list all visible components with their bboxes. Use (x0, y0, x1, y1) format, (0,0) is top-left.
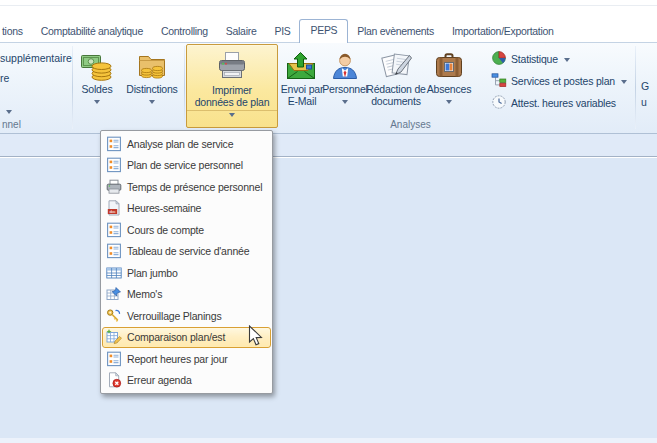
attest-heures-variables-label: Attest. heures variables (511, 97, 616, 109)
svg-text:doc: doc (109, 209, 115, 214)
menu-item-label: Heures-semaine (127, 202, 201, 214)
partial-button-label-2[interactable]: re (0, 72, 14, 84)
menu-item-label: Erreur agenda (127, 374, 192, 386)
org-chart-icon (491, 72, 507, 90)
group-label-partial: nnel (2, 119, 21, 130)
chevron-down-icon[interactable] (6, 110, 12, 114)
absences-label: Absences (427, 83, 472, 95)
titlebar-divider (0, 5, 657, 6)
menu-item-erreur-agenda[interactable]: Erreur agenda (102, 370, 271, 392)
menu-item-label: Report heures par jour (127, 353, 228, 365)
menu-item-comparaison-plan-est[interactable]: Comparaison plan/est (102, 327, 271, 349)
envoi-label-line2: E-Mail (288, 95, 317, 107)
statistique-button[interactable]: Statistique (491, 48, 627, 70)
chevron-down-icon[interactable] (621, 80, 627, 84)
menu-item-report-heures-par-jour[interactable]: Report heures par jour (102, 348, 271, 370)
printer-small-icon (106, 179, 122, 195)
app-window: tions Comptabilité analytique Controllin… (0, 0, 657, 443)
report-icon (106, 136, 122, 152)
menu-item-verrouillage-planings[interactable]: Verrouillage Planings (102, 305, 271, 327)
menu-item-label: Tableau de service d'année (127, 245, 249, 257)
chevron-down-icon[interactable] (342, 100, 348, 104)
report-icon (106, 222, 122, 238)
distinctions-label: Distinctions (126, 83, 177, 95)
partial-right-label-1: G (641, 80, 649, 92)
menu-item-analyse-plan-de-service[interactable]: Analyse plan de service (102, 133, 271, 155)
report-icon (106, 243, 122, 259)
menu-item-temps-de-presence-personnel[interactable]: Temps de présence personnel (102, 176, 271, 198)
workspace-bottom-edge (0, 438, 657, 443)
mouse-cursor (248, 325, 264, 352)
partial-right-label-2: u (641, 96, 647, 108)
redaction-label-line2: documents (371, 95, 421, 107)
group-divider (72, 46, 73, 129)
attest-heures-variables-button[interactable]: Attest. heures variables (491, 92, 627, 114)
menu-item-memos[interactable]: Memo's (102, 284, 271, 306)
menu-item-label: Analyse plan de service (127, 138, 233, 150)
imprimer-dropdown-menu: Analyse plan de service Plan de service … (100, 130, 273, 394)
pie-chart-icon (491, 50, 507, 68)
group-divider (635, 46, 636, 129)
chevron-down-icon[interactable] (446, 100, 452, 104)
menu-item-plan-jumbo[interactable]: Plan jumbo (102, 262, 271, 284)
documents-pen-icon (380, 44, 412, 83)
soldes-label: Soldes (82, 83, 113, 95)
partial-button-label-1[interactable]: supplémentaire (0, 52, 76, 64)
chevron-down-icon[interactable] (149, 100, 155, 104)
services-et-postes-plan-button[interactable]: Services et postes plan (491, 70, 627, 92)
tab-controlling[interactable]: Controlling (152, 20, 217, 43)
split-button-divider (187, 110, 277, 111)
group-label-analyses: Analyses (186, 119, 635, 130)
chevron-down-icon[interactable] (94, 100, 100, 104)
imprimer-label-line2: données de plan (195, 96, 270, 108)
table-edit-icon (106, 329, 122, 345)
envelope-up-arrow-icon (286, 44, 318, 83)
table-grid-icon (106, 265, 122, 281)
envoi-par-email-button[interactable]: Envoi par E-Mail (278, 44, 326, 117)
statistique-label: Statistique (511, 53, 558, 65)
workspace-area (0, 158, 657, 443)
ribbon: supplémentaire re Soldes (0, 43, 657, 134)
small-button-stack: Statistique Services et postes plan (491, 48, 627, 114)
tab-plan-evenements[interactable]: Plan evènements (348, 20, 443, 43)
tab-salaire[interactable]: Salaire (217, 20, 266, 43)
person-icon (329, 44, 361, 83)
menu-item-plan-de-service-personnel[interactable]: Plan de service personnel (102, 155, 271, 177)
toolbar-strip (0, 134, 657, 157)
menu-item-label: Plan jumbo (127, 267, 178, 279)
menu-item-label: Memo's (127, 288, 162, 300)
redaction-de-documents-button[interactable]: Rédaction de documents (366, 44, 426, 117)
tab-partial-left[interactable]: tions (0, 20, 32, 43)
tab-pis[interactable]: PIS (265, 20, 299, 43)
tab-peps-active[interactable]: PEPS (299, 19, 348, 43)
ribbon-tab-bar: tions Comptabilité analytique Controllin… (0, 19, 657, 43)
personnel-button[interactable]: Personnel (324, 44, 366, 117)
page-error-icon (106, 372, 122, 388)
soldes-button[interactable]: Soldes (74, 44, 120, 117)
absences-button[interactable]: Absences (426, 44, 472, 117)
distinctions-button[interactable]: Distinctions (119, 44, 185, 117)
menu-item-heures-semaine[interactable]: doc Heures-semaine (102, 198, 271, 220)
printer-icon (216, 45, 248, 84)
chevron-down-icon[interactable] (564, 58, 570, 62)
clock-icon (491, 94, 507, 112)
personnel-label: Personnel (322, 83, 367, 95)
services-et-postes-plan-label: Services et postes plan (511, 75, 615, 87)
menu-item-label: Cours de compte (127, 224, 204, 236)
redaction-label-line1: Rédaction de (366, 83, 425, 95)
menu-item-tableau-de-service-annee[interactable]: Tableau de service d'année (102, 241, 271, 263)
menu-item-label: Temps de présence personnel (127, 181, 262, 193)
menu-item-label: Comparaison plan/est (127, 331, 225, 343)
envoi-label-line1: Envoi par (281, 83, 324, 95)
menu-item-label: Plan de service personnel (127, 159, 243, 171)
chevron-down-icon[interactable] (229, 113, 235, 117)
table-pin-icon (106, 286, 122, 302)
doc-file-icon: doc (106, 200, 122, 216)
keys-icon (106, 308, 122, 324)
coins-banknote-icon (81, 44, 113, 83)
report-icon (106, 351, 122, 367)
menu-item-cours-de-compte[interactable]: Cours de compte (102, 219, 271, 241)
imprimer-donnees-de-plan-button[interactable]: Imprimer données de plan (186, 44, 278, 128)
tab-importation-exportation[interactable]: Importation/Exportation (443, 20, 563, 43)
tab-comptabilite-analytique[interactable]: Comptabilité analytique (32, 20, 152, 43)
